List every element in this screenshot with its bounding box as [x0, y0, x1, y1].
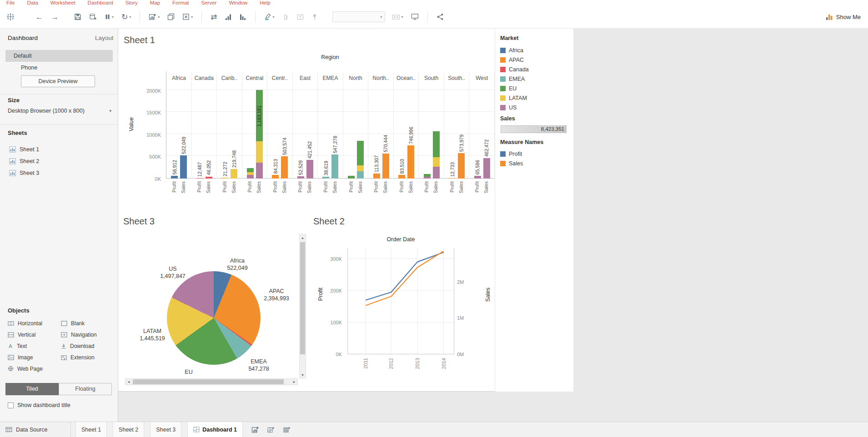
clear-sheet-button[interactable]: ▾	[181, 10, 194, 24]
object-text[interactable]: AText	[8, 340, 60, 352]
paperclip-button[interactable]	[281, 10, 290, 24]
bar-Central-Profit-LATAM[interactable]	[247, 172, 254, 175]
scroll-left-icon[interactable]: ◄	[125, 379, 132, 385]
market-legend-item-Canada[interactable]: Canada	[500, 65, 529, 74]
measure-legend-item-Profit[interactable]: Profit	[500, 149, 523, 159]
device-default-row[interactable]: Default	[5, 50, 113, 62]
bar-Carib-Sales-LATAM[interactable]	[231, 169, 237, 179]
swap-rows-columns-button[interactable]: ⇄	[210, 10, 218, 24]
bar-South-Profit-APAC[interactable]	[449, 178, 456, 179]
bar-North-Sales-APAC[interactable]	[382, 154, 389, 179]
scroll-up-icon[interactable]: ▲	[300, 234, 306, 241]
bar-West-Profit-US[interactable]	[474, 176, 481, 179]
market-legend-item-Africa[interactable]: Africa	[500, 45, 529, 55]
undo-button[interactable]: ←	[35, 10, 44, 24]
fit-width-button[interactable]: ▾	[391, 10, 404, 24]
menu-window[interactable]: Window	[229, 0, 247, 5]
pause-auto-updates-button[interactable]: ▾	[104, 10, 115, 24]
bar-Africa-Profit-Africa[interactable]	[171, 176, 178, 179]
market-legend-item-LATAM[interactable]: LATAM	[500, 93, 529, 103]
market-pie-chart[interactable]	[167, 271, 261, 365]
new-worksheet-button[interactable]	[249, 424, 261, 435]
new-data-source-button[interactable]	[88, 10, 98, 24]
redo-button[interactable]: →	[50, 10, 60, 24]
bar-Ocean-Sales-APAC[interactable]	[407, 145, 414, 179]
new-dashboard-button[interactable]	[265, 424, 277, 435]
bar-Canada-Profit-Canada[interactable]	[196, 178, 203, 179]
profit-sales-line-chart[interactable]	[347, 248, 454, 354]
tab-dashboard-1[interactable]: Dashboard 1	[187, 422, 243, 437]
device-phone-row[interactable]: Phone	[5, 62, 113, 74]
device-preview-button[interactable]: Device Preview	[21, 75, 95, 87]
bar-North-Profit-EU[interactable]	[348, 176, 355, 179]
bar-South-Sales-EU[interactable]	[433, 131, 440, 157]
object-image[interactable]: Image	[8, 352, 60, 363]
run-auto-updates-button[interactable]: ↻▾	[120, 10, 132, 24]
menu-dashboard[interactable]: Dashboard	[88, 0, 113, 5]
tableau-logo-button[interactable]	[5, 10, 15, 24]
bar-Ocean-Profit-APAC[interactable]	[398, 175, 405, 179]
duplicate-sheet-button[interactable]	[166, 10, 176, 24]
sort-ascending-button[interactable]	[224, 10, 233, 24]
sidebar-sheet-3[interactable]: Sheet 3	[9, 167, 109, 179]
bar-Centr-Sales-APAC[interactable]	[281, 156, 288, 179]
object-download[interactable]: Download	[61, 340, 114, 352]
sidebar-sheet-2[interactable]: Sheet 2	[9, 155, 109, 167]
bar-South-Sales-APAC[interactable]	[458, 153, 465, 179]
object-web-page[interactable]: Web Page	[8, 363, 60, 374]
data-source-tab[interactable]: Data Source	[0, 422, 71, 437]
region-bar-chart[interactable]: Africa58,912522,049Canada12,48746,052Car…	[166, 71, 494, 179]
menu-worksheet[interactable]: Worksheet	[50, 0, 75, 5]
bar-West-Sales-US[interactable]	[483, 158, 490, 179]
bar-North-Sales-EMEA[interactable]	[357, 171, 364, 179]
scroll-right-icon[interactable]: ►	[291, 379, 297, 385]
bar-EMEA-Sales-EMEA[interactable]	[331, 154, 338, 179]
menu-data[interactable]: Data	[27, 0, 38, 5]
bar-EMEA-Profit-EMEA[interactable]	[322, 177, 329, 179]
tab-dashboard[interactable]: Dashboard	[0, 35, 44, 41]
bar-East-Profit-US[interactable]	[297, 176, 304, 179]
menu-story[interactable]: Story	[125, 0, 138, 5]
bar-East-Sales-US[interactable]	[306, 160, 313, 179]
horizontal-scroll-thumb[interactable]	[133, 379, 284, 384]
size-select[interactable]: Desktop Browser (1000 x 800) ▾	[8, 108, 111, 114]
menu-format[interactable]: Format	[172, 0, 189, 5]
bar-Carib-Profit-LATAM[interactable]	[221, 178, 228, 179]
menu-map[interactable]: Map	[150, 0, 160, 5]
bar-South-Profit-EU[interactable]	[424, 174, 431, 177]
sort-descending-button[interactable]	[239, 10, 247, 24]
show-dashboard-title-checkbox[interactable]	[8, 402, 14, 408]
presentation-mode-button[interactable]	[410, 10, 420, 24]
bar-North-Sales-LATAM[interactable]	[357, 165, 364, 171]
measure-legend-item-Sales[interactable]: Sales	[500, 159, 523, 168]
highlight-button[interactable]: ▾	[263, 10, 276, 24]
fit-selector[interactable]: ▾	[332, 11, 385, 22]
menu-server[interactable]: Server	[201, 0, 217, 5]
new-worksheet-button[interactable]: ▾	[148, 10, 161, 24]
horizontal-scrollbar[interactable]: ◄ ►	[125, 378, 298, 385]
market-legend-item-US[interactable]: US	[500, 103, 529, 112]
tab-sheet-1[interactable]: Sheet 1	[75, 422, 107, 437]
bar-Canada-Sales-Canada[interactable]	[206, 177, 212, 179]
floating-button[interactable]: Floating	[59, 383, 112, 395]
fix-axes-button[interactable]	[311, 10, 319, 24]
bar-Centr-Profit-APAC[interactable]	[272, 175, 279, 179]
scroll-down-icon[interactable]: ▼	[300, 372, 306, 378]
bar-North-Profit-APAC[interactable]	[373, 174, 380, 179]
object-horizontal[interactable]: Horizontal	[8, 318, 60, 329]
market-legend-item-EU[interactable]: EU	[500, 84, 529, 93]
bar-Central-Profit-US[interactable]	[247, 175, 254, 179]
object-vertical[interactable]: Vertical	[8, 329, 60, 340]
save-button[interactable]	[73, 10, 82, 24]
bar-Central-Profit-EU[interactable]	[247, 168, 254, 173]
object-extension[interactable]: Extension	[61, 352, 114, 363]
bar-South-Profit-US[interactable]	[424, 177, 431, 179]
bar-Central-Sales-LATAM[interactable]	[256, 141, 263, 163]
bar-South-Sales-US[interactable]	[433, 167, 440, 179]
tab-sheet-2[interactable]: Sheet 2	[113, 422, 144, 437]
tiled-button[interactable]: Tiled	[5, 383, 59, 395]
object-blank[interactable]: Blank	[61, 318, 114, 329]
sales-legend-bar[interactable]: 8,423,351	[501, 125, 567, 133]
share-button[interactable]	[436, 10, 445, 24]
market-legend-item-EMEA[interactable]: EMEA	[500, 74, 529, 84]
